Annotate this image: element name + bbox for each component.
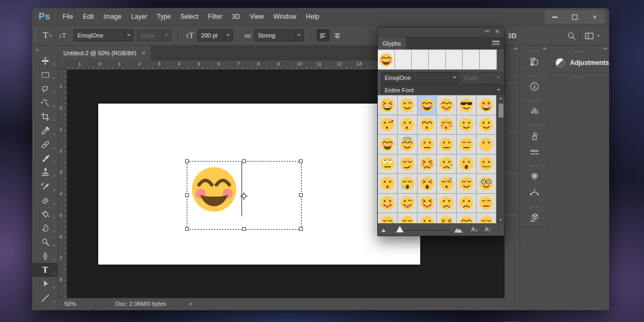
tool-stamp[interactable]: [32, 165, 58, 179]
glyph-cell-unamused[interactable]: [477, 194, 496, 214]
panel-grip[interactable]: [530, 125, 539, 126]
panel-grip[interactable]: [530, 165, 539, 167]
collapse-dock-icon[interactable]: ««: [603, 46, 607, 51]
panel-grip[interactable]: [509, 173, 516, 174]
menu-item-select[interactable]: Select: [175, 13, 203, 20]
panel-icon-clone-source[interactable]: [520, 103, 549, 119]
menu-item-window[interactable]: Window: [268, 13, 301, 20]
panel-icon-color-mixer[interactable]: [520, 169, 549, 185]
collapse-dock-icon[interactable]: ««: [543, 46, 546, 51]
transform-handle[interactable]: [299, 159, 303, 163]
glyph-cell-winking-tongue[interactable]: [398, 194, 418, 214]
font-size-select[interactable]: 200 pt: [197, 30, 233, 41]
panel-grip[interactable]: [574, 51, 584, 53]
glyphs-panel-titlebar[interactable]: «« ×: [378, 27, 504, 37]
menu-item-layer[interactable]: Layer: [126, 13, 152, 20]
glyph-cell-innocent[interactable]: [398, 135, 418, 155]
scale-down-button[interactable]: A↓: [471, 226, 478, 232]
tool-line[interactable]: [32, 291, 58, 305]
glyph-cell-downcast-sweat[interactable]: [378, 213, 398, 223]
menu-item-edit[interactable]: Edit: [78, 13, 99, 20]
scale-up-button[interactable]: A↑: [485, 226, 492, 232]
workspace-layout-icon[interactable]: [584, 26, 595, 46]
glyph-cell-disappointed[interactable]: [477, 213, 496, 223]
recent-glyph-empty[interactable]: [446, 49, 463, 70]
document-tab[interactable]: Untitled-2 @ 50% (RGB/8#) ×: [58, 46, 151, 60]
tool-eraser[interactable]: [32, 193, 58, 207]
glyph-grid-scrollbar[interactable]: ▲ ▼: [496, 95, 504, 223]
tool-smudge[interactable]: [32, 221, 58, 235]
transform-handle[interactable]: [299, 193, 303, 197]
glyphs-tab[interactable]: Glyphs: [378, 37, 406, 49]
glyph-cell-blowing-kiss[interactable]: ♥: [378, 115, 398, 135]
font-family-select[interactable]: EmojiOne: [74, 30, 134, 41]
adjustments-panel-tab[interactable]: Adjustments: [549, 54, 609, 71]
tool-dodge[interactable]: [32, 235, 58, 249]
collapse-dock-icon[interactable]: ««: [514, 46, 517, 51]
panel-icon-3d[interactable]: [520, 209, 549, 225]
glyph-cell-pensive[interactable]: [398, 213, 418, 223]
glyph-cell-smiling-blush[interactable]: [418, 96, 437, 115]
transform-handle[interactable]: [185, 159, 189, 163]
tool-lasso[interactable]: [32, 82, 58, 96]
zoom-out-glyphs-icon[interactable]: [380, 226, 387, 233]
menu-item-filter[interactable]: Filter: [203, 13, 228, 20]
transform-handle[interactable]: [185, 227, 189, 231]
recent-glyph-empty[interactable]: [412, 49, 429, 70]
recent-glyph-empty[interactable]: [395, 49, 412, 70]
tool-gradient[interactable]: [32, 207, 58, 221]
glyph-cell-squinting-tongue[interactable]: [418, 194, 437, 214]
menu-item-3d[interactable]: 3D: [227, 13, 245, 20]
maximize-button[interactable]: [565, 10, 584, 24]
glyph-cell-relieved[interactable]: [457, 174, 477, 194]
transform-handle[interactable]: [299, 227, 303, 231]
panel-grip[interactable]: [530, 75, 539, 77]
glyph-cell-winking[interactable]: [398, 96, 418, 115]
glyph-cell-hushed[interactable]: [378, 174, 398, 194]
glyph-cell-slightly-smiling[interactable]: [477, 115, 496, 135]
glyph-cell-heart-eyes[interactable]: ♥♥: [477, 96, 496, 115]
glyph-cell-relaxed[interactable]: [457, 115, 477, 135]
glyph-cell-open-mouth[interactable]: [457, 155, 477, 174]
menu-item-view[interactable]: View: [245, 13, 269, 20]
panel-icon-paths[interactable]: [520, 185, 549, 201]
glyph-cell-confounded[interactable]: [437, 213, 457, 223]
glyph-cell-hugging[interactable]: [378, 135, 398, 155]
transform-handle[interactable]: [242, 227, 246, 231]
menu-item-file[interactable]: File: [58, 13, 78, 20]
glyph-cell-smirking[interactable]: [398, 155, 418, 174]
panel-grip[interactable]: [530, 206, 539, 208]
glyph-cell-upside-down[interactable]: [457, 213, 477, 223]
3d-workspace-label[interactable]: 3D: [508, 26, 517, 46]
tool-brush[interactable]: [32, 151, 58, 165]
glyph-cell-confused[interactable]: [418, 213, 437, 223]
collapse-panel-icon[interactable]: ««: [485, 28, 489, 34]
chevron-down-icon[interactable]: ▾: [597, 26, 599, 46]
text-bounding-box[interactable]: [187, 161, 302, 230]
glyph-cell-sunglasses[interactable]: [457, 96, 477, 115]
panel-icon-info[interactable]: [520, 78, 549, 94]
panel-icon-tool-presets[interactable]: [520, 144, 549, 160]
glyphs-font-family-select[interactable]: EmojiOne: [381, 72, 459, 84]
glyph-category-select[interactable]: Entire Font: [381, 84, 503, 96]
tool-type[interactable]: T: [32, 263, 58, 277]
glyph-cell-expressionless[interactable]: [457, 135, 477, 155]
panel-grip[interactable]: [509, 131, 516, 133]
options-bar-grip[interactable]: [34, 29, 36, 42]
glyph-cell-kissing-smiling-eyes[interactable]: [418, 115, 437, 135]
anti-alias-select[interactable]: Strong: [254, 30, 304, 41]
glyph-cell-frowning[interactable]: [437, 194, 457, 214]
glyph-cell-sad-relieved[interactable]: [437, 155, 457, 174]
tab-close-icon[interactable]: ×: [142, 49, 145, 57]
recent-glyph-empty[interactable]: [463, 49, 480, 70]
tool-eyedropper[interactable]: [32, 123, 58, 137]
glyph-cell-savoring-food[interactable]: [437, 96, 457, 115]
glyph-cell-tired[interactable]: [418, 174, 437, 194]
tool-marquee[interactable]: [32, 68, 58, 82]
transform-handle[interactable]: [242, 159, 246, 163]
align-left-button[interactable]: [317, 30, 330, 41]
glyph-cell-zipper-mouth[interactable]: [477, 155, 496, 174]
glyph-cell-neutral[interactable]: [437, 135, 457, 155]
minimize-button[interactable]: [545, 10, 565, 24]
tool-move[interactable]: [32, 54, 58, 68]
